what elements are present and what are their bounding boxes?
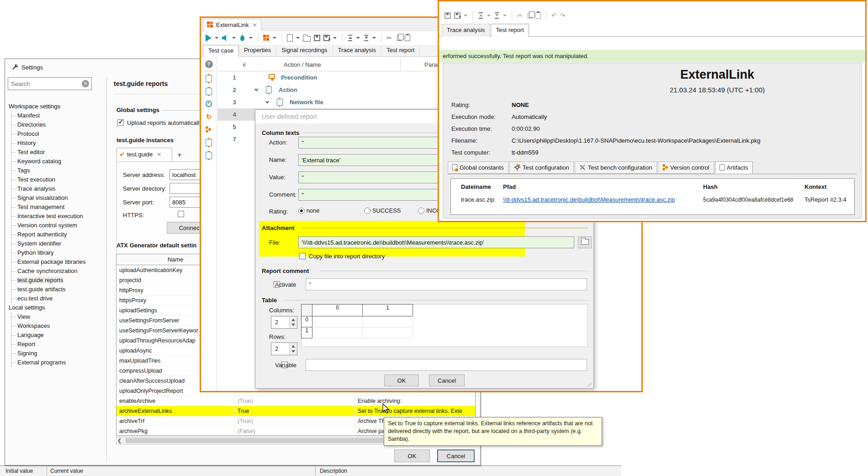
block-step-icon[interactable] xyxy=(206,139,212,146)
new-file-caret-icon[interactable] xyxy=(296,37,300,39)
tree-item[interactable]: Tags xyxy=(11,166,105,175)
save-icon[interactable] xyxy=(445,12,451,19)
https-checkbox[interactable] xyxy=(178,211,184,217)
tab-test-configuration[interactable]: Test configuration xyxy=(509,161,574,174)
copy-icon[interactable] xyxy=(397,35,402,41)
tree-item[interactable]: Interactive test execution xyxy=(11,212,105,221)
tree-item[interactable]: Test management xyxy=(11,203,105,212)
clear-search-icon[interactable]: ✕ xyxy=(82,80,89,87)
step-up-icon[interactable] xyxy=(291,319,295,321)
step-up-icon[interactable] xyxy=(291,345,295,348)
ok-button[interactable]: OK xyxy=(384,374,419,386)
cancel-button[interactable]: Cancel xyxy=(429,374,465,386)
tab-properties[interactable]: Properties xyxy=(239,45,276,57)
new-file-icon[interactable] xyxy=(287,34,293,42)
tree-item[interactable]: Cache synchronization xyxy=(11,267,105,276)
tab-test-report[interactable]: Test report xyxy=(491,24,529,37)
branch-step-icon[interactable] xyxy=(206,126,212,134)
variable-input[interactable] xyxy=(306,359,587,371)
tree-item[interactable]: Directories xyxy=(11,120,105,129)
calculation-step-icon[interactable] xyxy=(206,88,212,95)
copy-file-checkbox[interactable] xyxy=(299,253,306,259)
audio-icon[interactable] xyxy=(222,34,229,42)
grid-col-header-0[interactable]: 0 xyxy=(312,304,363,316)
expand-all-icon[interactable] xyxy=(478,12,484,19)
expand-all-caret-icon[interactable] xyxy=(487,15,491,16)
file-input[interactable] xyxy=(298,236,574,248)
save-all-caret-icon[interactable] xyxy=(464,15,467,16)
report-step-icon[interactable] xyxy=(206,75,212,82)
package-check-icon[interactable] xyxy=(263,35,270,41)
debug-icon[interactable] xyxy=(239,34,246,42)
kontext-header[interactable]: Kontext xyxy=(804,183,826,190)
tab-artifacts[interactable]: Artifacts xyxy=(715,161,753,174)
report-comment-input[interactable] xyxy=(306,278,587,290)
close-icon[interactable]: ✕ xyxy=(253,22,257,28)
tab-trace-analysis[interactable]: Trace analysis xyxy=(442,24,490,37)
package-check-caret-icon[interactable] xyxy=(273,37,276,39)
collapse-all-icon[interactable] xyxy=(363,35,369,41)
run-icon[interactable] xyxy=(206,34,212,42)
tab-version-control[interactable]: Version control xyxy=(658,161,714,174)
save-icon[interactable] xyxy=(314,35,320,41)
close-icon[interactable]: ✕ xyxy=(157,151,161,158)
server-port-input[interactable] xyxy=(169,197,202,208)
scroll-left-icon[interactable]: ❮ xyxy=(117,438,122,444)
table-row[interactable]: archiveExternalLinks True Set to True to… xyxy=(116,406,475,416)
tree-root-local-settings[interactable]: Local settings xyxy=(9,303,105,312)
instance-tab-testguide[interactable]: ✔test.guide✕ xyxy=(116,148,172,161)
save-all-icon[interactable] xyxy=(323,35,330,41)
tree-item[interactable]: External programs xyxy=(11,358,105,367)
expand-all-caret-icon[interactable] xyxy=(356,37,360,39)
columns-stepper[interactable]: 2 xyxy=(271,316,297,329)
action-name-column-header[interactable]: Action / Name xyxy=(284,61,321,68)
tree-item[interactable]: Version control system xyxy=(11,221,105,230)
tree-item[interactable]: Test execution xyxy=(11,175,105,184)
tab-signal-recordings[interactable]: Signal recordings xyxy=(276,45,333,57)
stepper-buttons[interactable] xyxy=(289,316,297,328)
loop-step-icon[interactable]: ↻ xyxy=(206,113,212,121)
resize-grip[interactable] xyxy=(587,382,592,386)
step-down-icon[interactable] xyxy=(291,350,295,353)
paste-icon[interactable] xyxy=(535,12,541,19)
tree-item[interactable]: External package libraries xyxy=(11,257,105,267)
tree-item[interactable]: Python library xyxy=(11,248,105,257)
add-instance-button[interactable]: + xyxy=(174,150,185,160)
tree-item[interactable]: Report authenticity xyxy=(11,230,105,239)
tree-item[interactable]: Trace analysis xyxy=(11,184,105,193)
grid-row-header-1[interactable]: 1 xyxy=(301,327,312,338)
search-box[interactable]: ✕ xyxy=(8,77,92,90)
tab-global-constants[interactable]: Global constants xyxy=(448,161,508,174)
chevron-down-icon[interactable] xyxy=(254,87,258,91)
chevron-down-icon[interactable] xyxy=(265,100,269,103)
table-row[interactable]: enableArchive (True) Enable archiving: xyxy=(116,396,475,406)
rating-success-radio[interactable]: SUCCESS xyxy=(364,207,401,214)
tree-item[interactable]: View xyxy=(11,312,105,321)
tree-root-workspace-settings[interactable]: Workspace settings xyxy=(9,102,105,111)
redo-icon[interactable]: ↷ xyxy=(560,12,565,19)
tab-test-case[interactable]: Test case xyxy=(203,45,239,57)
audio-caret-icon[interactable] xyxy=(232,37,236,39)
tab-trace-analysis[interactable]: Trace analysis xyxy=(333,45,381,57)
search-input[interactable] xyxy=(11,78,79,89)
rows-stepper[interactable]: 2 xyxy=(271,342,297,355)
pfad-header[interactable]: Pfad xyxy=(503,183,516,190)
tree-item[interactable]: Test editor xyxy=(11,148,105,157)
expand-all-icon[interactable] xyxy=(347,35,353,41)
hash-header[interactable]: Hash xyxy=(703,183,718,190)
save-all-icon[interactable] xyxy=(454,12,460,19)
tree-item[interactable]: test.guide artifacts xyxy=(11,285,105,294)
tree-item[interactable]: Signal visualization xyxy=(11,193,105,203)
tree-item[interactable]: Language xyxy=(11,331,105,340)
wait-step-icon[interactable] xyxy=(206,101,212,108)
step-down-icon[interactable] xyxy=(291,324,295,326)
open-folder-icon[interactable] xyxy=(303,36,311,42)
tree-item[interactable]: Protocol xyxy=(11,129,105,139)
tree-item[interactable]: Keyword catalog xyxy=(11,157,105,166)
tab-test-report[interactable]: Test report xyxy=(381,45,420,57)
dateiname-header[interactable]: Dateiname xyxy=(461,183,491,190)
tree-item[interactable]: ecu.test drive xyxy=(11,294,105,303)
collapse-all-caret-icon[interactable] xyxy=(503,15,507,16)
ok-button[interactable]: OK xyxy=(394,449,430,462)
upload-reports-checkbox[interactable] xyxy=(117,119,124,126)
